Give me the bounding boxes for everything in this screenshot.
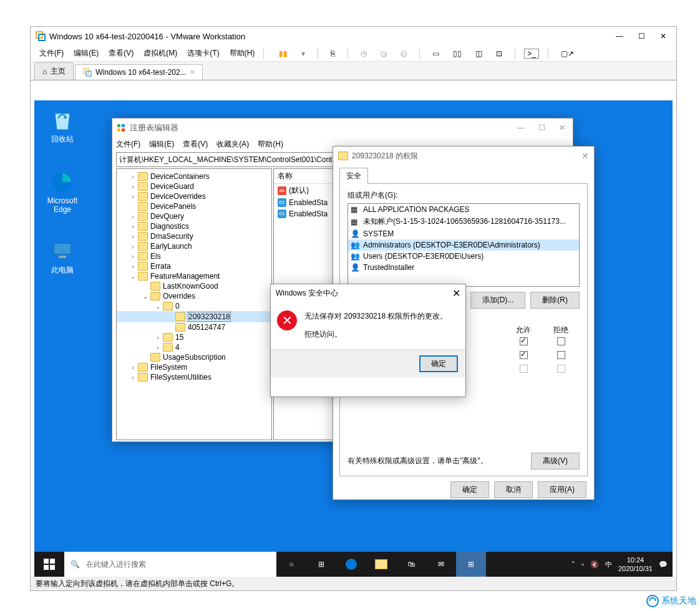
regedit-maximize-icon[interactable]: ☐ [538, 123, 545, 132]
menu-file[interactable]: 文件(F) [36, 47, 67, 60]
perm-group-item[interactable]: Users (DESKTOP-E3ER0DE\Users) [363, 252, 484, 261]
perm-group-item[interactable]: ALL APPLICATION PACKAGES [363, 205, 470, 214]
deny-checkbox[interactable] [557, 351, 565, 359]
tray-notifications-icon[interactable]: 💬 [659, 560, 668, 569]
tree-node[interactable]: DevicePanels [150, 202, 196, 211]
tree-node[interactable]: DeviceContainers [150, 172, 210, 181]
tree-node[interactable]: Diagnostics [150, 222, 189, 231]
tree-node[interactable]: Overrides [163, 292, 195, 301]
dropdown-icon[interactable]: ▾ [298, 48, 309, 59]
tray-volume-icon[interactable]: 🔇 [590, 560, 599, 569]
task-mail-icon[interactable]: ✉ [426, 552, 456, 577]
perm-ok-button[interactable]: 确定 [450, 481, 489, 498]
menu-help[interactable]: 帮助(H) [226, 47, 259, 60]
msgbox-close-icon[interactable]: ✕ [452, 287, 460, 299]
regedit-menu-help[interactable]: 帮助(H) [258, 139, 283, 150]
minimize-icon[interactable]: — [616, 32, 623, 41]
tree-node[interactable]: DeviceOverrides [150, 192, 206, 201]
console-icon[interactable]: >_ [524, 49, 539, 59]
msgbox-ok-button[interactable]: 确定 [419, 355, 458, 372]
perm-group-item[interactable]: TrustedInstaller [363, 263, 414, 272]
value-row[interactable]: EnabledSta [289, 198, 328, 207]
tree-node[interactable]: UsageSubscription [163, 353, 226, 362]
tray-ime[interactable]: 中 [605, 560, 612, 569]
perm-group-item-selected[interactable]: Administrators (DESKTOP-E3ER0DE\Administ… [363, 241, 540, 249]
perm-group-list[interactable]: ▦ALL APPLICATION PACKAGES ▦未知帐户(S-1-15-3… [348, 203, 580, 287]
layout2-icon[interactable]: ▯▯ [449, 48, 465, 59]
task-store-icon[interactable]: 🛍 [396, 552, 426, 577]
regedit-menu-view[interactable]: 查看(V) [183, 139, 208, 150]
svg-rect-9 [117, 128, 120, 132]
tray-expand-icon[interactable]: ˄ [571, 560, 575, 569]
snapshot-mgr-icon[interactable]: ◶ [377, 48, 391, 59]
task-view-icon[interactable]: ⊞ [306, 552, 336, 577]
perm-group-item[interactable]: SYSTEM [363, 229, 394, 238]
task-regedit-icon[interactable]: ⊞ [456, 552, 486, 577]
desktop-this-pc[interactable]: 此电脑 [41, 238, 84, 276]
task-cortana-icon[interactable]: ○ [276, 552, 306, 577]
taskbar-search[interactable]: 🔍 在此键入进行搜索 [64, 552, 276, 577]
tab-vm[interactable]: Windows 10 x64-test-202... × [75, 64, 202, 80]
snapshot-icon[interactable]: ◷ [357, 48, 371, 59]
tree-node[interactable]: LastKnownGood [163, 282, 218, 291]
tray-clock[interactable]: 10:24 2020/10/31 [618, 556, 653, 574]
task-explorer-icon[interactable] [366, 552, 396, 577]
layout3-icon[interactable]: ◫ [472, 48, 486, 59]
deny-checkbox-disabled [557, 365, 565, 373]
tree-node[interactable]: 4 [175, 343, 180, 352]
deny-checkbox[interactable] [557, 337, 565, 345]
remove-button[interactable]: 删除(R) [530, 292, 580, 309]
perm-tab-security[interactable]: 安全 [339, 168, 368, 184]
tree-node[interactable]: FileSystemUtilities [150, 373, 211, 382]
revert-icon[interactable]: ◵ [397, 48, 411, 59]
perm-apply-button[interactable]: 应用(A) [538, 481, 586, 498]
menu-view[interactable]: 查看(V) [105, 47, 137, 60]
tab-close-icon[interactable]: × [190, 68, 195, 77]
tree-node-selected[interactable]: 2093230218 [188, 312, 231, 322]
perm-cancel-button[interactable]: 取消 [494, 481, 533, 498]
perm-close-icon[interactable]: ✕ [581, 151, 589, 161]
regedit-minimize-icon[interactable]: — [517, 123, 525, 132]
regedit-tree[interactable]: ›DeviceContainers ›DeviceGuard ›DeviceOv… [116, 168, 272, 440]
layout4-icon[interactable]: ⊡ [492, 48, 506, 59]
desktop-recycle-bin[interactable]: 回收站 [41, 107, 84, 145]
value-row[interactable]: (默认) [289, 185, 309, 196]
tray-vmtools-icon[interactable]: ▫ [581, 560, 584, 568]
add-button[interactable]: 添加(D)... [470, 292, 526, 309]
tab-home[interactable]: ⌂ 主页 [34, 62, 74, 80]
regedit-menu-fav[interactable]: 收藏夹(A) [216, 139, 249, 150]
pause-icon[interactable]: ▮▮ [275, 48, 291, 59]
menu-edit[interactable]: 编辑(E) [70, 47, 102, 60]
tree-node[interactable]: 15 [175, 333, 183, 342]
tree-node[interactable]: Els [150, 252, 161, 261]
allow-checkbox[interactable] [520, 351, 528, 359]
tree-node[interactable]: 405124747 [188, 323, 225, 332]
tree-node[interactable]: DmaSecurity [150, 232, 193, 241]
tree-node[interactable]: Errata [150, 262, 171, 271]
search-icon: 🔍 [70, 560, 80, 569]
close-icon[interactable]: ✕ [660, 32, 666, 41]
desktop-edge[interactable]: Microsoft Edge [41, 169, 84, 214]
allow-checkbox[interactable] [520, 337, 528, 345]
tree-node[interactable]: FileSystem [150, 363, 187, 372]
tree-node[interactable]: 0 [175, 302, 180, 310]
menu-tabs[interactable]: 选项卡(T) [183, 47, 223, 60]
advanced-button[interactable]: 高级(V) [531, 453, 580, 469]
maximize-icon[interactable]: ☐ [638, 32, 645, 41]
vmware-menubar: 文件(F) 编辑(E) 查看(V) 虚拟机(M) 选项卡(T) 帮助(H) ▮▮… [31, 46, 676, 62]
value-row[interactable]: EnabledSta [289, 209, 328, 218]
regedit-menu-edit[interactable]: 编辑(E) [149, 139, 174, 150]
tree-node[interactable]: DevQuery [150, 212, 184, 221]
send-icon[interactable]: ⎘ [327, 48, 339, 59]
fullscreen-icon[interactable]: ▢↗ [557, 48, 578, 59]
task-edge-icon[interactable] [336, 552, 366, 577]
start-button[interactable] [34, 552, 64, 577]
regedit-menu-file[interactable]: 文件(F) [116, 139, 140, 150]
tree-node[interactable]: DeviceGuard [150, 182, 194, 191]
regedit-close-icon[interactable]: ✕ [559, 123, 565, 132]
menu-vm[interactable]: 虚拟机(M) [140, 47, 181, 60]
tree-node[interactable]: FeatureManagement [150, 272, 220, 281]
perm-group-item[interactable]: 未知帐户(S-1-15-3-1024-1065365936-1281604716… [363, 216, 566, 227]
layout1-icon[interactable]: ▭ [429, 48, 443, 59]
tree-node[interactable]: EarlyLaunch [150, 242, 192, 251]
